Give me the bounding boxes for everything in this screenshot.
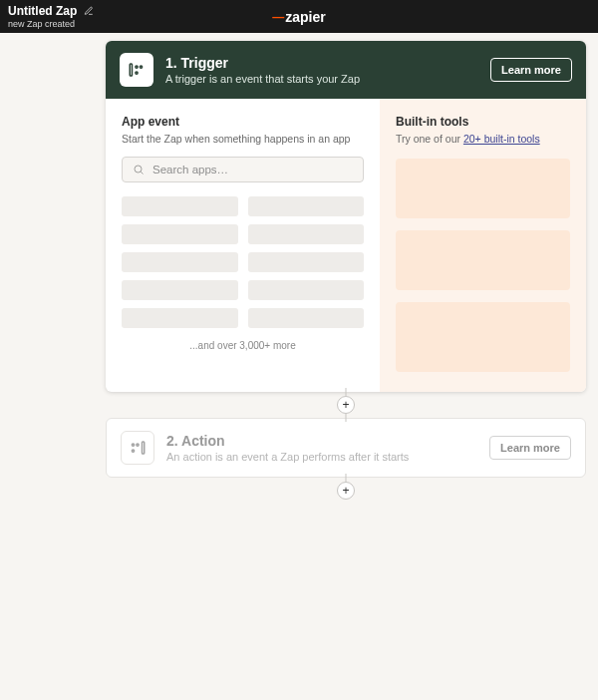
builtin-prefix: Try one of our: [396, 133, 463, 145]
svg-point-1: [136, 66, 138, 68]
search-icon: [133, 164, 145, 175]
trigger-body: App event Start the Zap when something h…: [106, 99, 586, 392]
builtin-skeleton-item: [396, 159, 570, 218]
trigger-step-icon: [120, 53, 153, 87]
trigger-step-card: 1. Trigger A trigger is an event that st…: [106, 41, 586, 392]
toast-text: new Zap created: [8, 20, 95, 29]
app-skeleton-item: [122, 252, 238, 272]
top-bar: Untitled Zap new Zap created — zapier: [0, 0, 598, 33]
add-step-button[interactable]: +: [337, 396, 355, 414]
builtin-subtitle: Try one of our 20+ built-in tools: [396, 133, 570, 145]
logo-mark-icon: —: [272, 10, 283, 24]
builtin-skeleton-item: [396, 302, 570, 372]
edit-icon[interactable]: [83, 5, 95, 17]
add-step-row-end: +: [106, 478, 586, 504]
builtin-tools-column: Built-in tools Try one of our 20+ built-…: [380, 99, 586, 392]
builtin-skeleton: [396, 159, 570, 372]
app-skeleton-item: [248, 280, 365, 300]
app-search-input[interactable]: [152, 164, 353, 175]
zap-title-block: Untitled Zap new Zap created: [8, 4, 95, 29]
app-skeleton-item: [248, 252, 365, 272]
app-skeleton-item: [122, 224, 238, 244]
add-step-row: +: [106, 392, 586, 418]
svg-point-7: [137, 444, 139, 446]
action-title: 2. Action: [166, 433, 477, 449]
app-event-subtitle: Start the Zap when something happens in …: [122, 133, 364, 145]
add-step-button[interactable]: +: [337, 482, 355, 500]
app-event-column: App event Start the Zap when something h…: [106, 99, 380, 392]
trigger-learn-more-button[interactable]: Learn more: [490, 58, 572, 82]
app-event-title: App event: [122, 115, 364, 129]
app-skeleton-item: [122, 308, 238, 328]
app-skeleton-item: [248, 224, 365, 244]
trigger-header: 1. Trigger A trigger is an event that st…: [106, 41, 586, 99]
svg-point-3: [136, 72, 138, 74]
builtin-tools-link[interactable]: 20+ built-in tools: [463, 133, 540, 145]
svg-point-6: [132, 444, 134, 446]
svg-point-9: [132, 450, 134, 452]
logo-text: zapier: [285, 9, 325, 25]
more-apps-text: ...and over 3,000+ more: [122, 340, 364, 351]
action-step-card[interactable]: 2. Action An action is an event a Zap pe…: [106, 418, 586, 478]
svg-rect-8: [143, 442, 145, 454]
action-step-icon: [121, 431, 154, 465]
trigger-subtitle: A trigger is an event that starts your Z…: [165, 73, 478, 85]
app-skeleton-item: [122, 196, 238, 216]
app-search-wrap[interactable]: [122, 157, 364, 182]
action-learn-more-button[interactable]: Learn more: [489, 436, 571, 460]
builtin-title: Built-in tools: [396, 115, 570, 129]
svg-rect-0: [130, 64, 132, 76]
editor-canvas: 1. Trigger A trigger is an event that st…: [0, 33, 598, 504]
svg-line-5: [141, 172, 143, 174]
app-results-skeleton: [122, 196, 364, 328]
zapier-logo[interactable]: — zapier: [272, 9, 325, 25]
svg-point-2: [140, 66, 142, 68]
trigger-title: 1. Trigger: [165, 55, 478, 71]
app-skeleton-item: [122, 280, 238, 300]
app-skeleton-item: [248, 196, 365, 216]
zap-title[interactable]: Untitled Zap: [8, 4, 77, 18]
action-subtitle: An action is an event a Zap performs aft…: [166, 451, 477, 463]
svg-point-4: [135, 166, 142, 173]
builtin-skeleton-item: [396, 230, 570, 290]
app-skeleton-item: [248, 308, 365, 328]
